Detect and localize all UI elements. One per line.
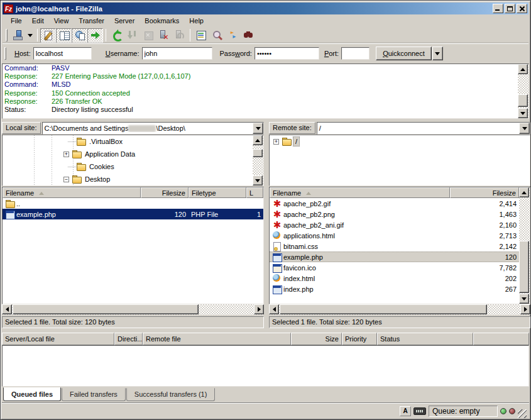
username-input[interactable] (142, 47, 212, 60)
remote-path-combo[interactable]: / (317, 122, 530, 135)
scrollbar-thumb[interactable] (518, 94, 528, 107)
column-direction[interactable]: Directi... (114, 333, 143, 345)
directory-listing-filters-button[interactable] (193, 28, 209, 43)
menu-help[interactable]: Help (184, 15, 209, 26)
speed-limits-icon[interactable] (413, 407, 426, 415)
column-filesize[interactable]: Filesize (450, 187, 519, 198)
quickconnect-button[interactable]: Quickconnect (376, 47, 432, 60)
file-row-applications-html[interactable]: applications.html 2,713 (270, 230, 530, 241)
remote-file-list[interactable]: Filename Filesize ✱apache_pb2.gif 2,414 … (269, 187, 530, 304)
menu-server[interactable]: Server (109, 15, 140, 26)
tab-failed-transfers[interactable]: Failed transfers (62, 388, 126, 401)
scrollbar-thumb[interactable] (13, 304, 199, 314)
file-row-bitnami-css[interactable]: bitnami.css 2,142 (270, 241, 530, 251)
expander-plus-icon[interactable]: + (273, 139, 279, 145)
tree-item-desktop[interactable]: − Desktop (3, 173, 263, 185)
scroll-right-button[interactable] (520, 304, 530, 314)
tree-item-application-data[interactable]: + Application Data (3, 148, 263, 160)
cancel-operation-button[interactable] (140, 28, 156, 43)
scroll-down-button[interactable] (518, 108, 528, 118)
log-scrollbar[interactable] (518, 64, 528, 118)
file-row-apache-pb2-gif[interactable]: ✱apache_pb2.gif 2,414 (270, 198, 530, 209)
site-manager-dropdown-button[interactable] (25, 28, 35, 43)
quickconnect-grip[interactable] (4, 47, 6, 60)
queue-list[interactable] (2, 345, 529, 387)
minimize-button[interactable] (493, 4, 503, 13)
toggle-transfer-queue-button[interactable] (87, 28, 103, 43)
column-filetype[interactable]: Filetype (189, 187, 246, 198)
local-tree-scrollbar[interactable] (253, 135, 263, 185)
refresh-button[interactable] (109, 28, 124, 43)
remote-directory-tree[interactable]: + / (269, 135, 530, 186)
expander-minus-icon[interactable]: − (63, 177, 69, 182)
column-size[interactable]: Size (291, 333, 342, 345)
toggle-remote-tree-button[interactable] (72, 28, 87, 43)
menu-view[interactable]: View (49, 15, 74, 26)
scroll-left-button[interactable] (2, 304, 12, 314)
menu-edit[interactable]: Edit (27, 15, 49, 26)
transfer-type-indicator[interactable]: A (400, 406, 411, 416)
scroll-right-button[interactable] (254, 304, 264, 314)
file-row-example-php[interactable]: example.php 120 (270, 251, 530, 262)
column-filename[interactable]: Filename (3, 187, 141, 198)
expander-plus-icon[interactable]: + (63, 152, 69, 157)
remote-list-scrollbar[interactable] (519, 187, 530, 304)
tree-item-virtualbox[interactable]: .VirtualBox (3, 135, 263, 148)
menu-bookmarks[interactable]: Bookmarks (140, 15, 184, 26)
find-files-button[interactable] (240, 28, 256, 43)
file-row-index-php[interactable]: index.php 267 (270, 284, 530, 294)
toolbar-grip[interactable] (6, 29, 8, 41)
password-input[interactable] (255, 47, 319, 60)
reconnect-button[interactable] (172, 28, 187, 43)
menu-transfer[interactable]: Transfer (74, 15, 109, 26)
menu-file[interactable]: File (6, 15, 27, 26)
toggle-message-log-button[interactable] (40, 28, 56, 43)
column-filesize[interactable]: Filesize (141, 187, 189, 198)
maximize-button[interactable] (505, 4, 515, 13)
file-row-apache-pb2-ani-gif[interactable]: ✱apache_pb2_ani.gif 2,160 (270, 219, 530, 230)
file-row-parent-dir[interactable]: .. (3, 198, 263, 209)
host-input[interactable] (33, 47, 92, 60)
tree-item-cookies[interactable]: Cookies (3, 160, 263, 173)
file-row-index-html[interactable]: index.html 202 (270, 273, 530, 284)
column-status[interactable]: Status (377, 333, 473, 345)
title-bar[interactable]: Fz john@localhost - FileZilla (3, 3, 528, 14)
scroll-down-button[interactable] (519, 294, 529, 304)
tab-queued-files[interactable]: Queued files (3, 387, 61, 401)
local-list-hscrollbar[interactable] (2, 304, 264, 315)
disconnect-button[interactable] (156, 28, 172, 43)
directory-comparison-button[interactable] (209, 28, 224, 43)
quickconnect-dropdown-button[interactable] (432, 47, 443, 60)
scroll-left-button[interactable] (269, 304, 279, 314)
column-server-local-file[interactable]: Server/Local file (2, 333, 114, 345)
synchronized-browsing-button[interactable] (224, 28, 240, 43)
scrollbar-thumb[interactable] (519, 241, 529, 293)
column-last-modified[interactable]: L (246, 187, 263, 198)
file-row-favicon-ico[interactable]: favicon.ico 7,782 (270, 262, 530, 273)
port-input[interactable] (341, 47, 370, 60)
column-priority[interactable]: Priority (342, 333, 377, 345)
site-manager-button[interactable] (9, 28, 25, 43)
scrollbar-thumb[interactable] (253, 149, 263, 157)
column-filename[interactable]: Filename (270, 187, 450, 198)
tab-successful-transfers[interactable]: Successful transfers (1) (126, 388, 216, 401)
local-file-list[interactable]: Filename Filesize Filetype L .. example.… (2, 187, 264, 304)
tree-item-root[interactable]: + / (270, 135, 530, 148)
message-log[interactable]: Command:PASV Response:227 Entering Passi… (2, 64, 529, 119)
process-queue-button[interactable] (124, 28, 140, 43)
remote-list-hscrollbar[interactable] (269, 304, 530, 315)
scroll-up-button[interactable] (518, 64, 528, 74)
scroll-up-button[interactable] (253, 135, 263, 145)
file-row-example-php[interactable]: example.php 120 PHP File 1 (3, 209, 263, 219)
file-row-apache-pb2-png[interactable]: ✱apache_pb2.png 1,463 (270, 209, 530, 219)
resize-grip[interactable] (518, 409, 527, 418)
local-path-dropdown[interactable] (253, 123, 263, 134)
toggle-local-tree-button[interactable] (56, 28, 72, 43)
scroll-up-button[interactable] (519, 187, 529, 197)
scroll-down-button[interactable] (253, 175, 263, 185)
remote-path-dropdown[interactable] (519, 123, 530, 134)
close-button[interactable] (517, 4, 527, 13)
local-path-combo[interactable]: C:\Documents and Settings\Desktop\ (42, 122, 264, 135)
local-directory-tree[interactable]: .VirtualBox + Application Data Cookies −… (2, 135, 264, 186)
scrollbar-thumb[interactable] (280, 304, 487, 314)
